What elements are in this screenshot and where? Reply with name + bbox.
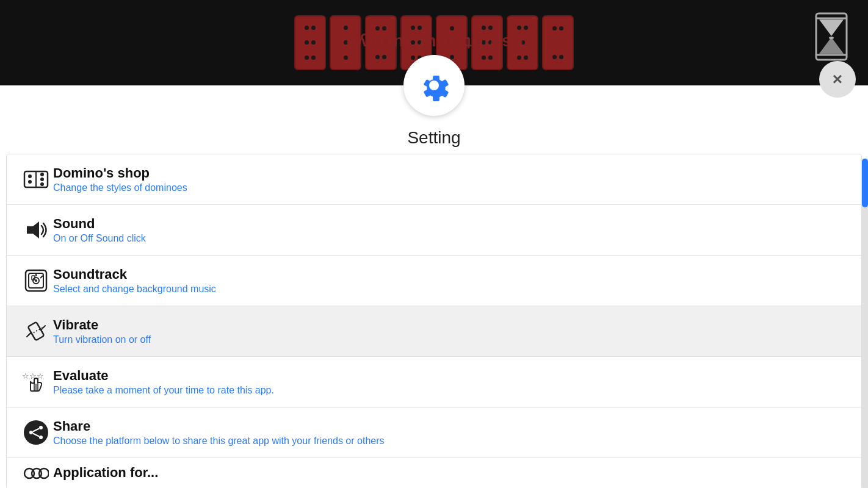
svg-point-13 — [40, 182, 44, 186]
app-icon — [19, 464, 53, 483]
svg-point-29 — [29, 431, 33, 434]
domino-tile-8 — [542, 15, 574, 70]
banner-wait-text: It's not your turn yet — [338, 33, 530, 52]
hourglass-container — [813, 12, 850, 63]
svg-marker-14 — [27, 221, 39, 239]
settings-item-vibrate[interactable]: Vibrate Turn vibration on or off — [7, 306, 861, 357]
share-title: Share — [53, 418, 385, 434]
domino-icon — [19, 167, 53, 192]
svg-point-35 — [39, 468, 49, 478]
settings-item-dominos-shop[interactable]: Domino's shop Change the styles of domin… — [7, 154, 861, 205]
scrollbar-thumb[interactable] — [862, 159, 868, 207]
sound-title: Sound — [53, 216, 146, 232]
evaluate-text: Evaluate Please take a moment of your ti… — [53, 368, 274, 396]
svg-point-30 — [39, 436, 43, 439]
application-title: Application for... — [53, 465, 158, 481]
settings-item-soundtrack[interactable]: Soundtrack Select and change background … — [7, 256, 861, 306]
dominos-shop-text: Domino's shop Change the styles of domin… — [53, 165, 187, 193]
svg-point-5 — [829, 37, 834, 39]
settings-item-application[interactable]: Application for... — [7, 458, 861, 488]
settings-item-evaluate[interactable]: ☆☆☆ Evaluate Please take a moment of you… — [7, 357, 861, 407]
svg-point-12 — [40, 178, 44, 181]
settings-item-share[interactable]: Share Choose the platform below to share… — [7, 407, 861, 458]
scrollbar-track[interactable] — [862, 159, 868, 488]
evaluate-subtitle: Please take a moment of your time to rat… — [53, 385, 274, 396]
domino-tile-1 — [294, 15, 326, 70]
soundtrack-title: Soundtrack — [53, 267, 216, 282]
soundtrack-icon — [19, 268, 53, 293]
svg-marker-4 — [819, 37, 844, 54]
vibrate-icon — [19, 318, 53, 344]
close-button[interactable]: × — [819, 61, 856, 98]
sound-icon — [19, 217, 53, 243]
share-icon — [19, 419, 53, 446]
svg-point-28 — [39, 426, 43, 429]
soundtrack-text: Soundtrack Select and change background … — [53, 267, 216, 295]
application-text: Application for... — [53, 465, 158, 482]
vibrate-subtitle: Turn vibration on or off — [53, 334, 151, 345]
evaluate-title: Evaluate — [53, 368, 274, 384]
svg-point-11 — [40, 173, 44, 176]
evaluate-icon: ☆☆☆ — [19, 368, 53, 396]
sound-subtitle: On or Off Sound click — [53, 233, 146, 244]
svg-point-6 — [429, 81, 439, 90]
share-text: Share Choose the platform below to share… — [53, 418, 385, 447]
svg-marker-3 — [819, 20, 844, 36]
gear-circle — [403, 55, 465, 116]
settings-title: Setting — [0, 122, 868, 148]
svg-point-27 — [25, 422, 47, 443]
share-subtitle: Choose the platform below to share this … — [53, 436, 385, 447]
gear-icon — [417, 68, 451, 102]
svg-rect-20 — [28, 322, 45, 341]
vibrate-title: Vibrate — [53, 317, 151, 333]
vibrate-text: Vibrate Turn vibration on or off — [53, 317, 151, 345]
svg-point-9 — [28, 174, 32, 178]
soundtrack-subtitle: Select and change background music — [53, 284, 216, 295]
hourglass-icon — [813, 12, 850, 61]
settings-item-sound[interactable]: Sound On or Off Sound click — [7, 205, 861, 256]
svg-text:☆☆☆: ☆☆☆ — [22, 371, 44, 381]
settings-list: Domino's shop Change the styles of domin… — [6, 154, 862, 488]
dominos-shop-title: Domino's shop — [53, 165, 187, 181]
svg-point-10 — [28, 180, 32, 184]
sound-text: Sound On or Off Sound click — [53, 216, 146, 244]
dominos-shop-subtitle: Change the styles of dominoes — [53, 182, 187, 193]
